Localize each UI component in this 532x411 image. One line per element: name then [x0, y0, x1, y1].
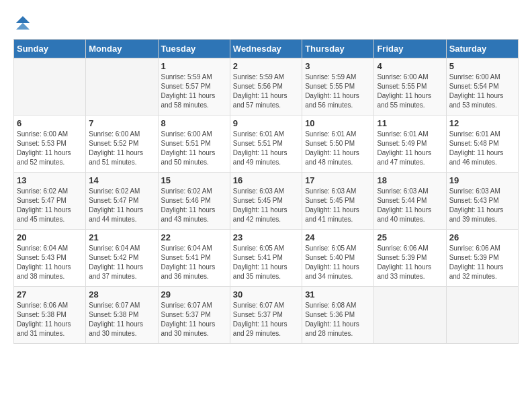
calendar-week-3: 13Sunrise: 6:02 AMSunset: 5:47 PMDayligh… — [14, 173, 519, 230]
day-info: Sunrise: 6:05 AMSunset: 5:40 PMDaylight:… — [305, 244, 371, 281]
day-info: Sunrise: 6:03 AMSunset: 5:45 PMDaylight:… — [233, 187, 299, 224]
calendar-cell: 8Sunrise: 6:00 AMSunset: 5:51 PMDaylight… — [158, 116, 230, 173]
calendar-cell: 13Sunrise: 6:02 AMSunset: 5:47 PMDayligh… — [14, 173, 86, 230]
day-header-friday: Friday — [374, 40, 446, 58]
calendar-cell: 22Sunrise: 6:04 AMSunset: 5:41 PMDayligh… — [158, 230, 230, 287]
day-number: 10 — [305, 118, 371, 128]
day-info: Sunrise: 6:00 AMSunset: 5:52 PMDaylight:… — [89, 130, 154, 167]
day-number: 8 — [161, 118, 227, 128]
calendar-cell: 5Sunrise: 6:00 AMSunset: 5:54 PMDaylight… — [446, 58, 518, 116]
calendar-cell: 25Sunrise: 6:06 AMSunset: 5:39 PMDayligh… — [374, 230, 446, 287]
day-info: Sunrise: 6:03 AMSunset: 5:45 PMDaylight:… — [305, 187, 371, 224]
day-number: 21 — [89, 232, 154, 242]
calendar-cell: 27Sunrise: 6:06 AMSunset: 5:38 PMDayligh… — [14, 287, 86, 344]
day-info: Sunrise: 5:59 AMSunset: 5:57 PMDaylight:… — [161, 73, 227, 110]
day-number: 31 — [305, 289, 371, 300]
calendar-header-row: SundayMondayTuesdayWednesdayThursdayFrid… — [14, 40, 519, 58]
calendar-cell: 11Sunrise: 6:01 AMSunset: 5:49 PMDayligh… — [374, 116, 446, 173]
day-number: 12 — [449, 118, 515, 128]
day-info: Sunrise: 6:01 AMSunset: 5:48 PMDaylight:… — [449, 130, 515, 167]
day-info: Sunrise: 6:04 AMSunset: 5:43 PMDaylight:… — [17, 244, 83, 281]
calendar-cell: 28Sunrise: 6:07 AMSunset: 5:38 PMDayligh… — [86, 287, 158, 344]
day-header-tuesday: Tuesday — [158, 40, 230, 58]
calendar-cell — [446, 287, 518, 344]
calendar-table: SundayMondayTuesdayWednesdayThursdayFrid… — [13, 39, 519, 344]
day-number: 19 — [449, 175, 515, 185]
day-info: Sunrise: 6:01 AMSunset: 5:50 PMDaylight:… — [305, 130, 371, 167]
day-number: 5 — [449, 61, 515, 71]
day-number: 20 — [17, 232, 83, 242]
day-number: 28 — [89, 289, 154, 300]
day-number: 24 — [305, 232, 371, 242]
day-number: 16 — [233, 175, 299, 185]
calendar-cell: 30Sunrise: 6:07 AMSunset: 5:37 PMDayligh… — [230, 287, 302, 344]
day-info: Sunrise: 6:02 AMSunset: 5:47 PMDaylight:… — [89, 187, 154, 224]
calendar-cell: 7Sunrise: 6:00 AMSunset: 5:52 PMDaylight… — [86, 116, 158, 173]
calendar-cell: 1Sunrise: 5:59 AMSunset: 5:57 PMDaylight… — [158, 58, 230, 116]
day-info: Sunrise: 6:02 AMSunset: 5:47 PMDaylight:… — [17, 187, 83, 224]
day-number: 4 — [377, 61, 443, 71]
day-info: Sunrise: 6:07 AMSunset: 5:38 PMDaylight:… — [89, 301, 154, 338]
day-number: 1 — [161, 61, 227, 71]
calendar-cell: 2Sunrise: 5:59 AMSunset: 5:56 PMDaylight… — [230, 58, 302, 116]
calendar-week-1: 1Sunrise: 5:59 AMSunset: 5:57 PMDaylight… — [14, 58, 519, 116]
calendar-cell: 23Sunrise: 6:05 AMSunset: 5:41 PMDayligh… — [230, 230, 302, 287]
day-number: 30 — [233, 289, 299, 300]
day-info: Sunrise: 6:00 AMSunset: 5:51 PMDaylight:… — [161, 130, 227, 167]
calendar-week-4: 20Sunrise: 6:04 AMSunset: 5:43 PMDayligh… — [14, 230, 519, 287]
page-header — [13, 13, 519, 32]
day-info: Sunrise: 5:59 AMSunset: 5:56 PMDaylight:… — [233, 73, 299, 110]
day-info: Sunrise: 6:00 AMSunset: 5:55 PMDaylight:… — [377, 73, 443, 110]
day-number: 15 — [161, 175, 227, 185]
calendar-cell — [86, 58, 158, 116]
svg-marker-2 — [16, 23, 30, 30]
calendar-week-2: 6Sunrise: 6:00 AMSunset: 5:53 PMDaylight… — [14, 116, 519, 173]
calendar-cell: 26Sunrise: 6:06 AMSunset: 5:39 PMDayligh… — [446, 230, 518, 287]
day-number: 22 — [161, 232, 227, 242]
day-number: 6 — [17, 118, 83, 128]
day-info: Sunrise: 6:01 AMSunset: 5:51 PMDaylight:… — [233, 130, 299, 167]
calendar-cell: 21Sunrise: 6:04 AMSunset: 5:42 PMDayligh… — [86, 230, 158, 287]
day-number: 13 — [17, 175, 83, 185]
day-info: Sunrise: 6:06 AMSunset: 5:39 PMDaylight:… — [449, 244, 515, 281]
calendar-cell: 14Sunrise: 6:02 AMSunset: 5:47 PMDayligh… — [86, 173, 158, 230]
day-number: 27 — [17, 289, 83, 300]
calendar-cell: 19Sunrise: 6:03 AMSunset: 5:43 PMDayligh… — [446, 173, 518, 230]
day-info: Sunrise: 6:00 AMSunset: 5:54 PMDaylight:… — [449, 73, 515, 110]
day-number: 2 — [233, 61, 299, 71]
calendar-cell — [14, 58, 86, 116]
day-info: Sunrise: 6:01 AMSunset: 5:49 PMDaylight:… — [377, 130, 443, 167]
calendar-cell: 24Sunrise: 6:05 AMSunset: 5:40 PMDayligh… — [302, 230, 374, 287]
day-info: Sunrise: 6:07 AMSunset: 5:37 PMDaylight:… — [161, 301, 227, 338]
calendar-cell: 17Sunrise: 6:03 AMSunset: 5:45 PMDayligh… — [302, 173, 374, 230]
calendar-week-5: 27Sunrise: 6:06 AMSunset: 5:38 PMDayligh… — [14, 287, 519, 344]
calendar-cell: 12Sunrise: 6:01 AMSunset: 5:48 PMDayligh… — [446, 116, 518, 173]
day-info: Sunrise: 6:04 AMSunset: 5:41 PMDaylight:… — [161, 244, 227, 281]
day-number: 3 — [305, 61, 371, 71]
day-info: Sunrise: 6:03 AMSunset: 5:44 PMDaylight:… — [377, 187, 443, 224]
calendar-cell: 16Sunrise: 6:03 AMSunset: 5:45 PMDayligh… — [230, 173, 302, 230]
svg-marker-1 — [16, 16, 30, 23]
day-info: Sunrise: 6:06 AMSunset: 5:38 PMDaylight:… — [17, 301, 83, 338]
calendar-cell: 29Sunrise: 6:07 AMSunset: 5:37 PMDayligh… — [158, 287, 230, 344]
calendar-cell: 9Sunrise: 6:01 AMSunset: 5:51 PMDaylight… — [230, 116, 302, 173]
day-number: 25 — [377, 232, 443, 242]
day-number: 23 — [233, 232, 299, 242]
calendar-cell: 15Sunrise: 6:02 AMSunset: 5:46 PMDayligh… — [158, 173, 230, 230]
day-info: Sunrise: 6:06 AMSunset: 5:39 PMDaylight:… — [377, 244, 443, 281]
calendar-cell: 10Sunrise: 6:01 AMSunset: 5:50 PMDayligh… — [302, 116, 374, 173]
day-number: 11 — [377, 118, 443, 128]
day-number: 18 — [377, 175, 443, 185]
day-info: Sunrise: 6:08 AMSunset: 5:36 PMDaylight:… — [305, 301, 371, 338]
calendar-cell — [374, 287, 446, 344]
day-info: Sunrise: 6:04 AMSunset: 5:42 PMDaylight:… — [89, 244, 154, 281]
day-number: 7 — [89, 118, 154, 128]
day-number: 26 — [449, 232, 515, 242]
calendar-cell: 31Sunrise: 6:08 AMSunset: 5:36 PMDayligh… — [302, 287, 374, 344]
calendar-cell: 3Sunrise: 5:59 AMSunset: 5:55 PMDaylight… — [302, 58, 374, 116]
day-header-thursday: Thursday — [302, 40, 374, 58]
calendar-cell: 4Sunrise: 6:00 AMSunset: 5:55 PMDaylight… — [374, 58, 446, 116]
day-number: 14 — [89, 175, 154, 185]
day-number: 17 — [305, 175, 371, 185]
day-header-sunday: Sunday — [14, 40, 86, 58]
